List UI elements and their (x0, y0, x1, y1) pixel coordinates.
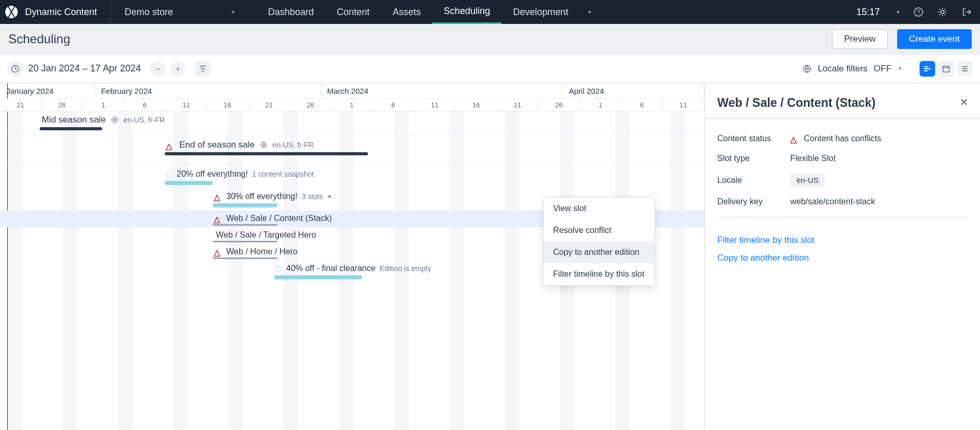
event-name: End of season sale (179, 140, 255, 150)
slot-name: Web / Sale / Content (Stack) (226, 214, 332, 223)
slot-underline (213, 224, 277, 226)
store-name: Demo store (125, 7, 173, 18)
event-locales: en-US, fr-FR (124, 116, 165, 124)
panel-separator (705, 117, 980, 119)
day-cell: 1 (332, 99, 373, 111)
view-calendar-button[interactable] (938, 61, 954, 77)
edition-bar[interactable] (165, 181, 213, 185)
month-cell: February 2024 (95, 83, 321, 99)
timeline-toolbar: 20 Jan 2024 – 17 Apr 2024 − + Locale fil… (0, 54, 980, 83)
exit-icon (961, 7, 972, 17)
globe-icon (111, 116, 118, 124)
nav-development[interactable]: Development ▼ (501, 0, 604, 24)
locale-filter-toggle[interactable]: Locale filters OFF ▼ (802, 64, 903, 74)
top-nav: Dynamic Content Demo store ▼ Dashboard C… (0, 0, 980, 24)
help-icon[interactable]: ? (912, 6, 925, 18)
ctx-resolve-conflict[interactable]: Resolve conflict (544, 219, 655, 241)
svg-point-2 (941, 10, 944, 14)
kv-value: web/sale/content-stack (790, 197, 875, 206)
day-cell: 26 (41, 99, 82, 111)
zoom-out-button[interactable]: − (150, 61, 166, 77)
page-title: Scheduling (8, 32, 70, 46)
event-name: Mid season sale (42, 115, 106, 125)
event-bar[interactable] (165, 152, 368, 155)
slot-label: Web / Sale / Content (Stack) (214, 214, 332, 223)
day-cell: 11 (414, 99, 456, 111)
ctx-view-slot[interactable]: View slot (544, 198, 655, 219)
edition-meta: 1 content snapshot (252, 170, 314, 178)
day-header-row: 21 26 1 6 11 16 21 26 1 6 11 16 21 26 1 … (0, 99, 704, 112)
clock-display[interactable]: 15:17 ▼ (856, 7, 901, 18)
ctx-copy-edition[interactable]: Copy to another edition (544, 241, 655, 263)
kv-key: Locale (717, 176, 790, 185)
day-cell: 6 (373, 99, 414, 111)
kv-key: Content status (717, 134, 790, 143)
question-circle-icon: ? (913, 7, 924, 17)
warning-icon (214, 248, 222, 255)
edition-label: 20% off everything! 1 content snapshot (166, 169, 314, 179)
nav-assets[interactable]: Assets (381, 0, 432, 24)
nav-development-label: Development (513, 7, 568, 18)
store-selector[interactable]: Demo store ▼ (125, 7, 236, 18)
day-cell: 1 (83, 99, 124, 111)
view-timeline-button[interactable] (920, 61, 935, 77)
day-cell: 26 (538, 99, 580, 111)
event-bar[interactable] (40, 127, 102, 130)
ctx-filter-slot[interactable]: Filter timeline by this slot (544, 263, 655, 285)
svg-text:?: ? (917, 9, 920, 15)
warning-icon (214, 215, 222, 222)
logout-icon[interactable] (960, 6, 973, 18)
chevron-down-icon: ▼ (896, 9, 901, 15)
calendar-icon (942, 65, 950, 73)
panel-links: Filter timeline by this slot Copy to ano… (717, 235, 967, 263)
create-event-button[interactable]: Create event (897, 29, 972, 49)
panel-close-button[interactable]: ✕ (960, 96, 969, 108)
edition-bar[interactable] (274, 275, 362, 279)
warning-icon (214, 193, 222, 200)
list-icon (961, 65, 969, 73)
kv-value: Flexible Slot (790, 154, 836, 163)
kv-key: Delivery key (717, 197, 790, 206)
brand-logo-icon (5, 6, 18, 18)
day-cell: 1 (580, 99, 621, 111)
locale-filters-state: OFF (874, 64, 891, 74)
preview-button[interactable]: Preview (832, 29, 887, 49)
chevron-down-icon[interactable]: ▼ (327, 194, 332, 200)
vertical-divider (111, 0, 111, 24)
link-filter-timeline[interactable]: Filter timeline by this slot (717, 235, 967, 245)
zoom-in-button[interactable]: + (170, 61, 186, 77)
timeline-icon (923, 65, 932, 73)
edition-bar[interactable] (213, 203, 277, 207)
kv-value: en-US (790, 174, 825, 187)
nav-content[interactable]: Content (325, 0, 381, 24)
clock-time: 15:17 (856, 7, 880, 18)
nav-scheduling[interactable]: Scheduling (432, 0, 501, 24)
time-icon[interactable] (7, 61, 23, 77)
day-cell: 21 (0, 99, 41, 111)
edition-name: 30% off everything! (226, 192, 298, 201)
slot-label: Web / Home / Hero (214, 247, 298, 256)
month-cell: January 2024 (0, 83, 95, 99)
view-list-button[interactable] (957, 61, 973, 77)
event-label: End of season sale en-US, fr-FR (166, 140, 314, 150)
settings-icon[interactable] (936, 6, 949, 18)
filter-button[interactable] (195, 61, 211, 77)
day-cell: 6 (124, 99, 165, 111)
timeline-gantt[interactable]: January 2024 February 2024 March 2024 Ap… (0, 83, 705, 430)
status-text: Content has conflicts (804, 134, 881, 143)
event-row[interactable]: End of season sale en-US, fr-FR (0, 136, 704, 164)
edition-name: 40% off - final clearance (286, 264, 375, 273)
edition-row[interactable]: 20% off everything! 1 content snapshot (0, 164, 704, 190)
event-row[interactable]: Mid season sale en-US, fr-FR (0, 112, 704, 136)
globe-icon (802, 64, 812, 73)
today-marker (7, 83, 8, 99)
nav-dashboard[interactable]: Dashboard (256, 0, 325, 24)
link-copy-edition[interactable]: Copy to another edition (717, 253, 967, 263)
edition-meta: Edition is empty (379, 264, 431, 273)
document-icon (166, 169, 173, 179)
subheader: Scheduling Preview Create event (0, 24, 980, 54)
context-menu: View slot Resolve conflict Copy to anoth… (543, 197, 655, 286)
warning-icon (166, 141, 174, 149)
clock-icon (11, 65, 19, 73)
kv-delivery-key: Delivery key web/sale/content-stack (717, 197, 967, 206)
